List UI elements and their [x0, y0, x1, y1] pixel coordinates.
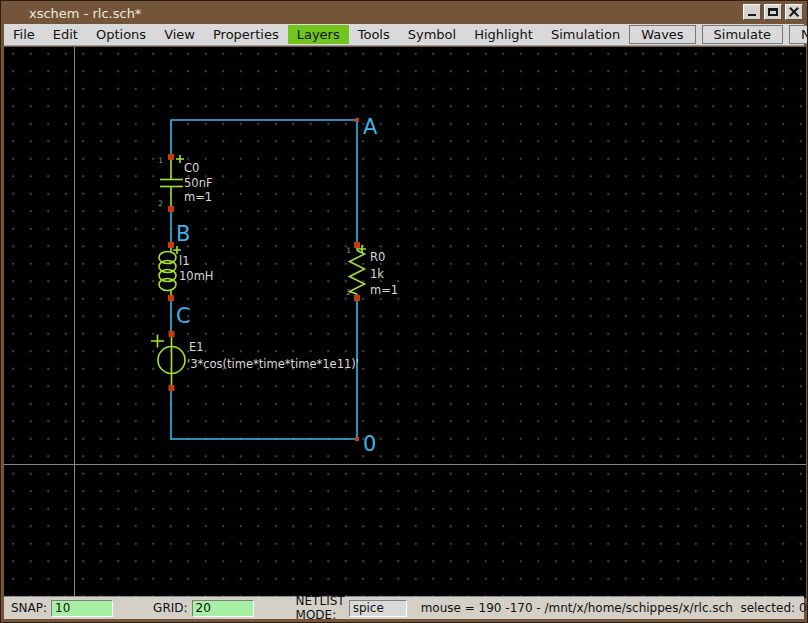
minimize-icon — [748, 14, 756, 16]
res-pin-2 — [354, 295, 360, 301]
cap-plus-mark — [176, 155, 184, 163]
node-label-A[interactable]: A — [363, 115, 378, 139]
menu-highlight[interactable]: Highlight — [465, 25, 542, 44]
netlist-button[interactable]: Netlist — [789, 25, 808, 44]
netlist-mode-label: NETLIST MODE: — [296, 594, 345, 622]
netlist-mode-input[interactable] — [349, 600, 407, 617]
snap-label: SNAP: — [11, 601, 47, 615]
src-pin-2 — [169, 385, 175, 391]
node-label-0[interactable]: 0 — [363, 432, 376, 456]
capacitor-C0[interactable]: 1 2 C0 50nF m=1 — [158, 154, 212, 212]
cap-mult: m=1 — [184, 190, 212, 204]
cap-pin1-number: 1 — [158, 156, 163, 165]
res-mult: m=1 — [370, 283, 398, 297]
titlebar[interactable]: xschem - rlc.sch* — [3, 3, 805, 23]
menu-symbol[interactable]: Symbol — [399, 25, 465, 44]
menu-simulation[interactable]: Simulation — [542, 25, 629, 44]
res-name: R0 — [370, 250, 385, 264]
src-pin-1 — [169, 331, 175, 337]
res-pin2-number: 2 — [346, 288, 351, 297]
ind-pin-2 — [168, 295, 174, 301]
inductor-l1[interactable]: l1 10mH — [159, 242, 213, 301]
res-pin1-number: 1 — [346, 246, 351, 255]
maximize-button[interactable] — [764, 4, 782, 20]
node-label-C[interactable]: C — [176, 304, 191, 328]
menu-edit[interactable]: Edit — [44, 25, 87, 44]
grid-label: GRID: — [153, 601, 187, 615]
status-info: mouse = 190 -170 - /mnt/x/home/schippes/… — [421, 601, 807, 615]
statusbar: SNAP: GRID: NETLIST MODE: mouse = 190 -1… — [4, 596, 804, 619]
src-name: E1 — [189, 340, 204, 354]
menu-properties[interactable]: Properties — [204, 25, 288, 44]
menu-options[interactable]: Options — [87, 25, 155, 44]
grid-input[interactable] — [192, 600, 254, 617]
label-pin-0 — [355, 437, 359, 441]
schematic-canvas[interactable]: 1 2 C0 50nF m=1 l1 10mH — [4, 47, 806, 598]
ind-pin-1 — [168, 242, 174, 248]
simulate-button[interactable]: Simulate — [702, 25, 783, 44]
src-plus-mark — [151, 335, 164, 348]
window-title: xschem - rlc.sch* — [29, 6, 141, 21]
maximize-icon — [768, 8, 778, 16]
res-pin-1 — [354, 242, 360, 248]
cap-pin2-number: 2 — [158, 199, 163, 208]
xschem-window: xschem - rlc.sch* File Edit Options View… — [0, 0, 808, 623]
src-value: '3*cos(time*time*time*1e11)' — [187, 357, 359, 371]
res-zigzag — [350, 251, 365, 295]
ind-name: l1 — [179, 254, 190, 268]
snap-input[interactable] — [51, 600, 113, 617]
cap-pin-2 — [168, 206, 174, 212]
res-value: 1k — [370, 267, 384, 281]
menu-file[interactable]: File — [4, 25, 44, 44]
window-controls — [743, 4, 803, 20]
menubar: File Edit Options View Properties Layers… — [4, 24, 804, 46]
label-pin-A — [355, 118, 359, 122]
menubar-right: Waves Simulate Netlist Help — [629, 25, 808, 45]
resistor-R0[interactable]: 1 2 R0 1k m=1 — [346, 242, 398, 301]
menu-view[interactable]: View — [155, 25, 204, 44]
menu-layers[interactable]: Layers — [288, 25, 349, 44]
schematic-svg: 1 2 C0 50nF m=1 l1 10mH — [4, 47, 806, 598]
cap-pin-1 — [168, 154, 174, 160]
close-button[interactable] — [785, 4, 803, 20]
waves-button[interactable]: Waves — [629, 25, 695, 44]
source-E1[interactable]: E1 '3*cos(time*time*time*1e11)' — [151, 331, 359, 391]
ind-coil-4 — [159, 279, 176, 291]
minimize-button[interactable] — [743, 4, 761, 20]
menu-tools[interactable]: Tools — [349, 25, 399, 44]
node-label-B[interactable]: B — [176, 222, 190, 246]
cap-value: 50nF — [184, 176, 213, 190]
ind-value: 10mH — [179, 269, 213, 283]
cap-name: C0 — [184, 161, 199, 175]
close-icon — [789, 7, 799, 17]
